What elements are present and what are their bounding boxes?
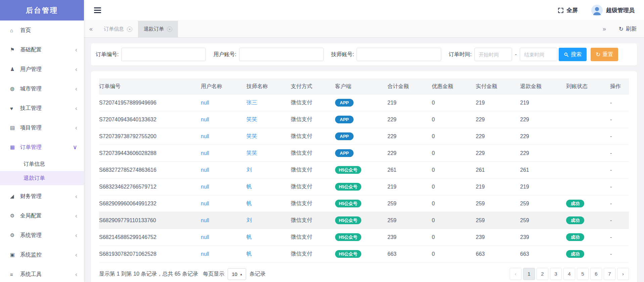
order-no-label: 订单编号: — [96, 51, 119, 58]
page-prev-button[interactable]: ‹ — [510, 268, 521, 280]
sidebar-item-label: 技工管理 — [20, 105, 75, 112]
page-button-4[interactable]: 4 — [563, 268, 575, 280]
page-button-2[interactable]: 2 — [537, 268, 548, 280]
cell-operation: - — [610, 178, 629, 195]
page-next-button[interactable]: › — [617, 268, 629, 280]
user-link[interactable]: null — [201, 133, 209, 139]
tech-link[interactable]: 帆 — [246, 200, 252, 206]
tech-link[interactable]: 刘 — [246, 167, 252, 172]
table-row[interactable]: S682909960064991232null帆微信支付H5公众号2590259… — [99, 195, 629, 212]
tech-account-input[interactable] — [357, 48, 441, 61]
sidebar-item-finance-mgmt[interactable]: ◢财务管理‹ — [0, 187, 84, 206]
table-row[interactable]: S681930782071062528null帆微信支付H5公众号6630663… — [99, 246, 629, 263]
user-link[interactable]: null — [201, 251, 209, 257]
page-size-suffix: 条记录 — [249, 271, 266, 278]
table-row[interactable]: S720740943640133632null笑笑微信支付APP22902292… — [99, 111, 629, 128]
fullscreen-button[interactable]: 全屏 — [558, 6, 578, 14]
chevron-left-icon: ‹ — [75, 193, 77, 200]
end-time-input[interactable] — [520, 48, 557, 61]
cell-total: 219 — [387, 178, 432, 195]
records-summary: 显示第 1 到第 10 条记录，总共 65 条记录 — [99, 271, 198, 278]
tech-link[interactable]: 笑笑 — [246, 116, 257, 122]
user-link[interactable]: null — [201, 117, 209, 122]
close-icon[interactable]: × — [127, 27, 132, 32]
tabs-scroll-left-button[interactable]: « — [84, 21, 98, 37]
user-link[interactable]: null — [201, 217, 209, 223]
table-row[interactable]: S683272785274863616null刘微信支付H5公众号2610261… — [99, 162, 629, 178]
cell-refund: 229 — [520, 111, 566, 128]
tech-link[interactable]: 张三 — [246, 99, 257, 105]
page-button-3[interactable]: 3 — [550, 268, 562, 280]
sidebar-item-system-tools[interactable]: ≡系统工具‹ — [0, 265, 84, 282]
tech-link[interactable]: 刘 — [246, 217, 252, 223]
table-row[interactable]: S682909779110133760null刘微信支付H5公众号2590259… — [99, 212, 629, 229]
cell-paid: 259 — [476, 195, 520, 212]
tech-link[interactable]: 笑笑 — [246, 133, 257, 139]
tech-link[interactable]: 帆 — [246, 184, 252, 189]
user-link[interactable]: null — [201, 201, 209, 206]
sidebar-item-order-mgmt[interactable]: ▦订单管理∨ — [0, 137, 84, 157]
cell-refund: 259 — [520, 212, 566, 229]
table-row[interactable]: S720739738792755200null笑笑微信支付APP22902292… — [99, 128, 629, 145]
table-row[interactable]: S720741957889949696null张三微信支付APP21902192… — [99, 94, 629, 111]
sidebar-item-project-mgmt[interactable]: ▤项目管理‹ — [0, 118, 84, 137]
menu-toggle-button[interactable] — [94, 6, 101, 14]
user-link[interactable]: null — [201, 234, 209, 240]
tech-link[interactable]: 笑笑 — [246, 150, 257, 156]
tech-link[interactable]: 帆 — [246, 251, 252, 256]
sidebar-item-global-config[interactable]: ⚙全局配置‹ — [0, 206, 84, 226]
orders-table: 订单编号用户名称技师名称支付方式客户端合计金额优惠金额实付金额退款金额到账状态操… — [99, 79, 629, 263]
page-size-select[interactable]: 10 ▴ — [228, 268, 246, 280]
user-menu[interactable]: 超级管理员 — [591, 5, 635, 16]
tab-refund-orders[interactable]: 退款订单× — [138, 21, 178, 37]
sidebar-item-base-config[interactable]: ⚑基础配置‹ — [0, 40, 84, 59]
table-row[interactable]: S682145885299146752null帆微信支付H5公众号2390239… — [99, 229, 629, 246]
table-row[interactable]: S683234622766579712null帆微信支付H5公众号2190219… — [99, 178, 629, 195]
tabs-scroll-right-button[interactable]: » — [597, 26, 611, 33]
user-link[interactable]: null — [201, 100, 209, 106]
column-header: 实付金额 — [476, 79, 520, 94]
sidebar-item-user-mgmt[interactable]: ♟用户管理‹ — [0, 59, 84, 79]
sidebar-item-system-monitor[interactable]: ▣系统监控‹ — [0, 245, 84, 265]
sidebar-item-home[interactable]: ⌂首页 — [0, 21, 84, 40]
status-badge: 成功 — [566, 233, 584, 241]
sidebar-item-system-mgmt[interactable]: ⚙系统管理‹ — [0, 226, 84, 245]
page-button-5[interactable]: 5 — [577, 268, 589, 280]
refresh-tab-button[interactable]: ↻ 刷新 — [619, 26, 637, 33]
start-time-input[interactable] — [474, 48, 512, 61]
sidebar-item-city-mgmt[interactable]: ◍城市管理‹ — [0, 79, 84, 98]
close-icon[interactable]: × — [167, 27, 172, 32]
refresh-icon: ↻ — [619, 26, 624, 33]
reset-button-label: 重置 — [602, 51, 613, 58]
reset-icon: ↻ — [596, 51, 600, 58]
user-link[interactable]: null — [201, 167, 209, 173]
column-header: 合计金额 — [387, 79, 432, 94]
chevron-left-icon: ‹ — [75, 85, 77, 92]
cell-total: 259 — [387, 195, 432, 212]
sidebar-item-tech-mgmt[interactable]: ♥技工管理‹ — [0, 98, 84, 118]
reset-button[interactable]: ↻ 重置 — [591, 48, 618, 61]
page-button-7[interactable]: 7 — [604, 268, 615, 280]
cell-operation: - — [610, 212, 629, 229]
search-button[interactable]: 搜索 — [559, 48, 587, 61]
tech-link[interactable]: 帆 — [246, 234, 252, 240]
cell-order-no: S683272785274863616 — [99, 162, 201, 178]
cell-refund: 229 — [520, 128, 566, 145]
user-link[interactable]: null — [201, 184, 209, 190]
cell-pay-method: 微信支付 — [291, 162, 335, 178]
sidebar-subitem-label: 订单信息 — [24, 161, 45, 168]
table-row[interactable]: S720739443606028288null笑笑微信支付APP22902292… — [99, 145, 629, 162]
tab-order-info[interactable]: 订单信息× — [98, 21, 138, 37]
user-account-input[interactable] — [239, 48, 324, 61]
order-no-input[interactable] — [121, 48, 206, 61]
sidebar-item-label: 项目管理 — [20, 124, 75, 131]
cell-paid: 229 — [476, 111, 520, 128]
page-button-6[interactable]: 6 — [590, 268, 602, 280]
column-header: 退款金额 — [520, 79, 566, 94]
page-button-1[interactable]: 1 — [523, 268, 535, 280]
cell-order-no: S720741957889949696 — [99, 94, 201, 111]
sidebar-subitem-order-info[interactable]: 订单信息 — [0, 157, 84, 171]
status-badge: 成功 — [566, 250, 584, 258]
sidebar-subitem-refund-orders[interactable]: 退款订单 — [0, 171, 84, 185]
user-link[interactable]: null — [201, 150, 209, 156]
